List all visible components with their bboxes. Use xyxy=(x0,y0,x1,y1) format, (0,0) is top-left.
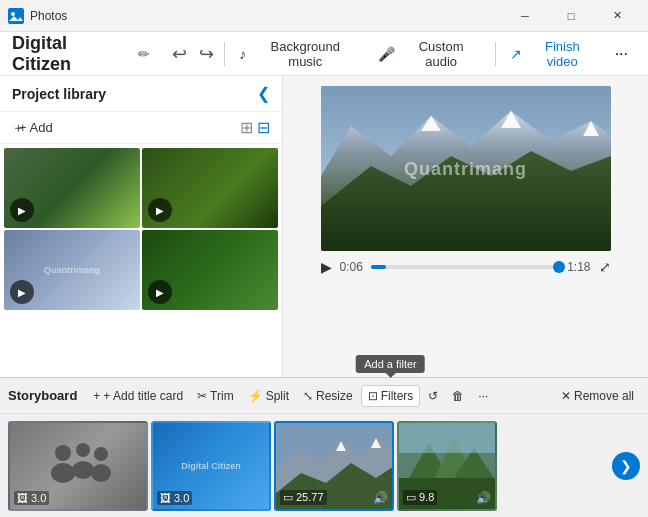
filters-label: Filters xyxy=(381,389,414,403)
watermark: Quantrimang xyxy=(44,265,100,275)
media-grid: ▶ ▶ ▶ Quantrimang ▶ xyxy=(0,144,282,314)
redo-button[interactable]: ↩ xyxy=(193,39,220,69)
view-toggle: ⊞ ⊟ xyxy=(240,118,270,137)
photos-icon xyxy=(8,8,24,24)
window-title: Photos xyxy=(30,9,502,23)
rotate-icon: ↺ xyxy=(428,389,438,403)
storyboard-toolbar: Storyboard + + Add title card ✂ Trim ⚡ S… xyxy=(0,378,648,414)
media-item[interactable]: ▶ xyxy=(142,230,278,310)
split-label: Split xyxy=(266,389,289,403)
play-icon: ▶ xyxy=(148,198,172,222)
play-pause-button[interactable]: ▶ xyxy=(321,259,332,275)
total-time: 1:18 xyxy=(567,260,590,274)
music-note-icon: ♪ xyxy=(239,46,246,62)
edit-title-icon[interactable]: ✏ xyxy=(138,46,150,62)
split-button[interactable]: ⚡ Split xyxy=(242,386,295,406)
svg-point-13 xyxy=(94,447,108,461)
undo-button[interactable]: ↩ xyxy=(166,39,193,69)
split-icon: ⚡ xyxy=(248,389,263,403)
next-button[interactable]: ❯ xyxy=(612,452,640,480)
storyboard-item[interactable]: ▭ 9.8 🔊 xyxy=(397,421,497,511)
item-duration-label: 🖼 3.0 xyxy=(157,491,192,505)
play-icon: ▶ xyxy=(10,280,34,304)
people-thumbnail xyxy=(38,438,118,493)
maximize-button[interactable]: □ xyxy=(548,0,594,32)
plus-icon: + xyxy=(93,389,100,403)
svg-point-11 xyxy=(76,443,90,457)
remove-all-button[interactable]: ✕ Remove all xyxy=(555,386,640,406)
trim-icon: ✂ xyxy=(197,389,207,403)
item-duration-label: ▭ 9.8 xyxy=(403,490,437,505)
progress-fill xyxy=(371,265,386,269)
filters-button[interactable]: ⊡ Filters xyxy=(361,385,421,407)
resize-icon: ⤡ xyxy=(303,389,313,403)
window-controls: ─ □ ✕ xyxy=(502,0,640,32)
panel-toolbar: ＋ + Add ⊞ ⊟ xyxy=(0,112,282,144)
video-icon: ▭ xyxy=(406,491,416,504)
audio-indicator: 🔊 xyxy=(476,491,491,505)
list-view-button[interactable]: ⊟ xyxy=(257,118,270,137)
delete-button[interactable]: 🗑 xyxy=(446,386,470,406)
progress-thumb xyxy=(553,261,565,273)
audio-indicator: 🔊 xyxy=(373,491,388,505)
image-icon: 🖼 xyxy=(160,492,171,504)
storyboard-item[interactable]: Digital Citizen 🖼 3.0 xyxy=(151,421,271,511)
app-title: Digital Citizen xyxy=(12,33,130,75)
fullscreen-button[interactable]: ⤢ xyxy=(599,259,611,275)
rotate-button[interactable]: ↺ xyxy=(422,386,444,406)
add-media-button[interactable]: ＋ + Add xyxy=(12,119,53,137)
finish-video-button[interactable]: ↗ Finish video xyxy=(500,35,607,73)
media-item[interactable]: ▶ Quantrimang xyxy=(4,230,140,310)
progress-bar[interactable] xyxy=(371,265,559,269)
more-icon: ··· xyxy=(478,389,488,403)
toolbar-separator xyxy=(224,42,225,66)
more-button[interactable]: ··· xyxy=(472,386,494,406)
custom-audio-button[interactable]: 🎤 Custom audio xyxy=(368,35,491,73)
background-music-button[interactable]: ♪ Background music xyxy=(229,35,368,73)
media-item[interactable]: ▶ xyxy=(142,148,278,228)
panel-collapse-button[interactable]: ❮ xyxy=(257,84,270,103)
item-duration-label: 🖼 3.0 xyxy=(14,491,49,505)
main-layout: Project library ❮ ＋ + Add ⊞ ⊟ ▶ ▶ ▶ Qu xyxy=(0,76,648,377)
play-icon: ▶ xyxy=(10,198,34,222)
item-duration-label: ▭ 25.77 xyxy=(280,490,327,505)
add-title-card-label: + Add title card xyxy=(103,389,183,403)
close-button[interactable]: ✕ xyxy=(594,0,640,32)
panel-title: Project library xyxy=(12,86,106,102)
play-icon: ▶ xyxy=(148,280,172,304)
svg-point-14 xyxy=(91,464,111,482)
add-title-card-button[interactable]: + + Add title card xyxy=(87,386,189,406)
storyboard-label: Storyboard xyxy=(8,388,77,403)
custom-audio-label: Custom audio xyxy=(401,39,481,69)
image-icon: 🖼 xyxy=(17,492,28,504)
video-preview: Quantrimang xyxy=(321,86,611,251)
more-options-button[interactable]: ··· xyxy=(607,41,636,67)
resize-label: Resize xyxy=(316,389,353,403)
svg-point-10 xyxy=(51,463,75,483)
storyboard-section: Storyboard + + Add title card ✂ Trim ⚡ S… xyxy=(0,377,648,517)
item-watermark: Digital Citizen xyxy=(181,461,241,471)
toolbar-separator-2 xyxy=(495,42,496,66)
storyboard-item[interactable]: 🖼 3.0 xyxy=(8,421,148,511)
storyboard-items-container: 🖼 3.0 Digital Citizen 🖼 3.0 xyxy=(0,414,648,517)
svg-rect-25 xyxy=(399,423,497,453)
video-controls: ▶ 0:06 1:18 ⤢ xyxy=(321,259,611,275)
current-time: 0:06 xyxy=(340,260,363,274)
video-icon: ▭ xyxy=(283,491,293,504)
media-item[interactable]: ▶ xyxy=(4,148,140,228)
filter-tooltip: Add a filter xyxy=(356,355,425,373)
storyboard-item-selected[interactable]: ▭ 25.77 🔊 xyxy=(274,421,394,511)
svg-rect-0 xyxy=(8,8,24,24)
share-icon: ↗ xyxy=(510,46,522,62)
panel-header: Project library ❮ xyxy=(0,76,282,112)
minimize-button[interactable]: ─ xyxy=(502,0,548,32)
svg-point-12 xyxy=(72,461,94,479)
resize-button[interactable]: ⤡ Resize xyxy=(297,386,359,406)
project-library-panel: Project library ❮ ＋ + Add ⊞ ⊟ ▶ ▶ ▶ Qu xyxy=(0,76,283,377)
svg-point-1 xyxy=(11,12,15,16)
grid-view-button[interactable]: ⊞ xyxy=(240,118,253,137)
filter-tooltip-container: Add a filter ⊡ Filters xyxy=(361,385,421,407)
add-label: + Add xyxy=(19,120,53,135)
trim-button[interactable]: ✂ Trim xyxy=(191,386,240,406)
title-bar: Photos ─ □ ✕ xyxy=(0,0,648,32)
